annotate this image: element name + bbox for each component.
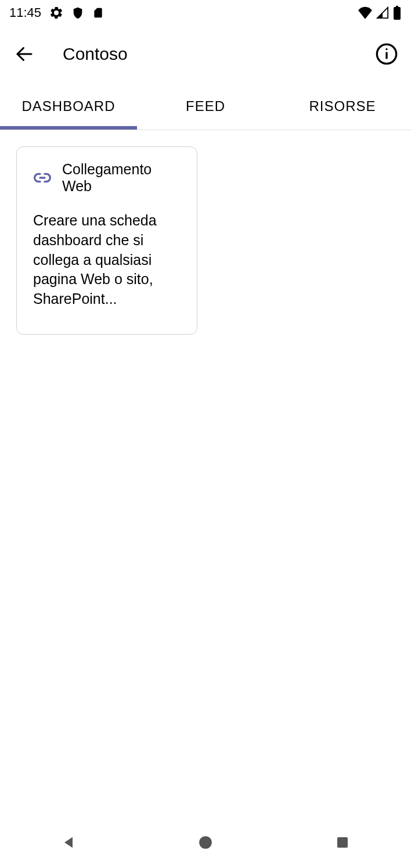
status-right: [358, 6, 402, 20]
link-icon: [33, 168, 52, 187]
card-title: Collegamento Web: [62, 161, 181, 195]
tabs: DASHBOARD FEED RISORSE: [0, 83, 411, 130]
nav-back-button[interactable]: [51, 825, 86, 860]
tab-label: RISORSE: [309, 98, 376, 114]
arrow-left-icon: [14, 44, 35, 64]
triangle-back-icon: [60, 834, 77, 851]
tab-label: FEED: [186, 98, 225, 114]
tab-label: DASHBOARD: [21, 98, 115, 114]
card-header: Collegamento Web: [33, 161, 181, 195]
sd-card-icon: [92, 7, 104, 19]
circle-home-icon: [198, 835, 213, 850]
tab-feed[interactable]: FEED: [137, 83, 274, 130]
web-link-card[interactable]: Collegamento Web Creare una scheda dashb…: [16, 146, 197, 335]
shield-icon: [71, 6, 84, 19]
status-bar: 11:45: [0, 0, 411, 26]
page-title: Contoso: [63, 44, 128, 64]
app-header: Contoso: [0, 26, 411, 83]
back-button[interactable]: [12, 41, 37, 67]
info-icon: [375, 42, 398, 66]
card-description: Creare una scheda dashboard che si colle…: [33, 211, 181, 309]
nav-home-button[interactable]: [188, 825, 223, 860]
svg-point-3: [385, 48, 387, 50]
content-area: Collegamento Web Creare una scheda dashb…: [0, 130, 411, 817]
svg-point-4: [199, 836, 212, 849]
status-left: 11:45: [9, 5, 104, 20]
tab-dashboard[interactable]: DASHBOARD: [0, 83, 137, 130]
status-time: 11:45: [9, 5, 41, 20]
gear-icon: [49, 6, 63, 20]
signal-icon: [376, 6, 389, 19]
nav-recent-button[interactable]: [325, 825, 360, 860]
svg-rect-5: [337, 837, 348, 848]
system-nav-bar: [0, 817, 411, 868]
tab-risorse[interactable]: RISORSE: [274, 83, 411, 130]
battery-icon: [392, 6, 402, 20]
square-recent-icon: [336, 835, 349, 849]
wifi-icon: [358, 6, 373, 19]
info-button[interactable]: [374, 41, 399, 67]
